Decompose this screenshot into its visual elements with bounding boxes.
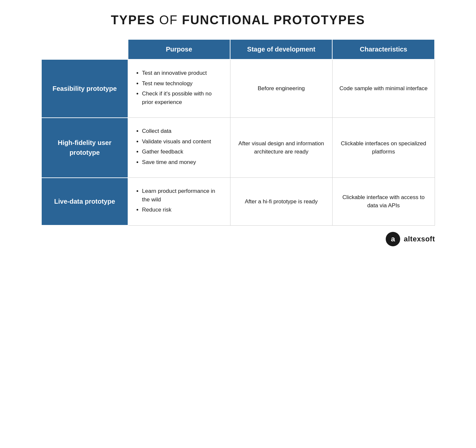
footer: a altexsoft xyxy=(41,232,435,247)
purpose-item: Test an innovative product xyxy=(142,69,224,77)
purpose-item: Save time and money xyxy=(142,158,224,167)
row-stage-1: After visual design and information arch… xyxy=(230,118,332,178)
header-purpose: Purpose xyxy=(128,39,230,59)
purpose-item: Check if it's possible with no prior exp… xyxy=(142,90,224,106)
purpose-item: Validate visuals and content xyxy=(142,137,224,146)
row-characteristics-0: Code sample with minimal interface xyxy=(332,59,435,118)
table-row: Feasibility prototypeTest an innovative … xyxy=(41,59,435,118)
header-row: Purpose Stage of development Characteris… xyxy=(41,39,435,59)
header-stage: Stage of development xyxy=(230,39,332,59)
row-purpose-1: Collect dataValidate visuals and content… xyxy=(128,118,230,178)
purpose-item: Gather feedback xyxy=(142,148,224,156)
row-stage-2: After a hi-fi prototype is ready xyxy=(230,178,332,226)
header-characteristics: Characteristics xyxy=(332,39,435,59)
purpose-item: Reduce risk xyxy=(142,206,224,214)
row-label-0: Feasibility prototype xyxy=(41,59,128,118)
header-empty xyxy=(41,39,128,59)
row-characteristics-2: Clickable interface with access to data … xyxy=(332,178,435,226)
svg-text:a: a xyxy=(391,235,395,243)
brand-name: altexsoft xyxy=(404,235,435,243)
purpose-item: Test new technology xyxy=(142,79,224,88)
purpose-item: Learn product performance in the wild xyxy=(142,187,224,204)
row-purpose-2: Learn product performance in the wildRed… xyxy=(128,178,230,226)
row-label-1: High-fidelity user prototype xyxy=(41,118,128,178)
table-row: High-fidelity user prototypeCollect data… xyxy=(41,118,435,178)
altexsoft-logo-icon: a xyxy=(385,232,400,247)
row-stage-0: Before engineering xyxy=(230,59,332,118)
row-characteristics-1: Clickable interfaces on specialized plat… xyxy=(332,118,435,178)
prototypes-table: Purpose Stage of development Characteris… xyxy=(41,39,435,226)
table-row: Live-data prototypeLearn product perform… xyxy=(41,178,435,226)
table-wrapper: Purpose Stage of development Characteris… xyxy=(41,39,435,226)
row-purpose-0: Test an innovative productTest new techn… xyxy=(128,59,230,118)
page-title: TYPES of FUNCTIONAL PROTOTYPES xyxy=(41,13,435,27)
page-container: TYPES of FUNCTIONAL PROTOTYPES Purpose S… xyxy=(41,13,435,247)
row-label-2: Live-data prototype xyxy=(41,178,128,226)
purpose-item: Collect data xyxy=(142,127,224,135)
